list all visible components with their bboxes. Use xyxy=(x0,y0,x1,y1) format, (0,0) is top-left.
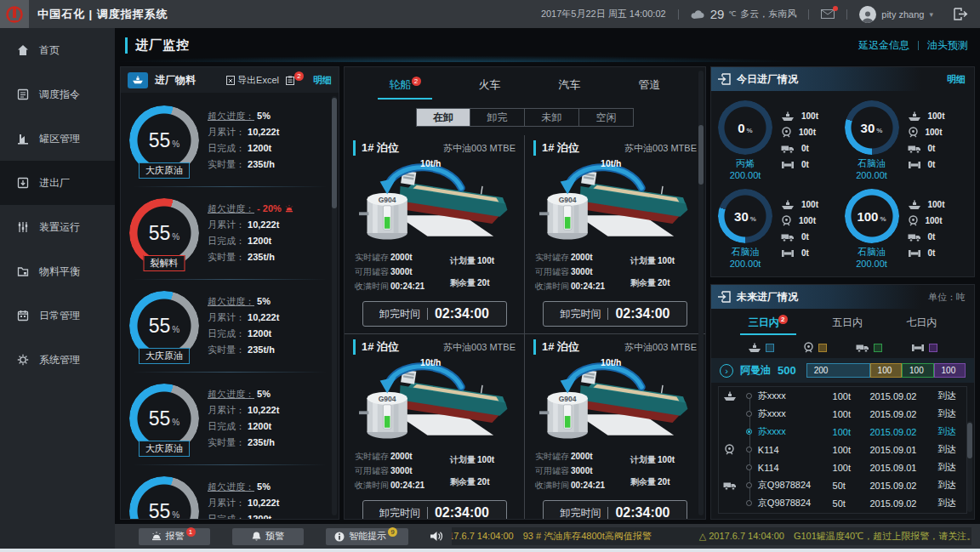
stat-label: 可用罐容 xyxy=(355,265,389,278)
tab-5days-label: 五日内 xyxy=(832,316,863,328)
today-detail-link[interactable]: 明细 xyxy=(947,73,966,86)
sidebar-item-dispatch[interactable]: 调度指令 xyxy=(0,72,115,117)
warning-button[interactable]: 预警 xyxy=(232,528,304,545)
day-value: 1200t xyxy=(248,421,271,431)
sidebar-item-inout[interactable]: 进出厂 xyxy=(0,161,115,205)
sidebar-item-balance[interactable]: 物料平衡 xyxy=(0,249,115,293)
enter-door-icon xyxy=(718,73,731,85)
berth-title: 1# 泊位 xyxy=(353,339,399,355)
temperature-value: 29 xyxy=(710,7,725,21)
tab-3days[interactable]: 三日内2 xyxy=(749,316,789,335)
plan-value: 100t xyxy=(658,450,675,470)
delay-fee-link[interactable]: 延迟金信息 xyxy=(858,38,909,53)
timeline-dot xyxy=(746,464,752,470)
berth-card[interactable]: 1# 泊位 苏中油003 MTBE xyxy=(525,135,705,334)
arrival-row[interactable]: 苏xxxx 100t 2015.09.02 到达 xyxy=(719,423,966,441)
tab-ship[interactable]: 轮船2 xyxy=(390,77,421,100)
bar-segment-ship: 200 xyxy=(806,363,870,378)
berth-scene-illustration: G904 10t/h xyxy=(534,356,696,447)
expand-icon[interactable]: › xyxy=(720,364,733,378)
timeline-dot xyxy=(746,482,752,488)
timeline-dot-cell xyxy=(741,393,758,399)
future-panel-header: 未来进厂情况 单位：吨 xyxy=(711,285,974,309)
unload-time-button[interactable]: 卸完时间 02:34:00 xyxy=(543,301,687,327)
berth-card[interactable]: 1# 泊位 苏中油003 MTBE xyxy=(345,135,525,334)
sidebar-item-units[interactable]: 装置运行 xyxy=(0,205,115,249)
material-item[interactable]: 55% 大庆原油 超欠进度： 5% 月累计： 10,222t 日完成： 1200… xyxy=(129,96,330,185)
tab-truck[interactable]: 汽车 xyxy=(559,77,581,100)
tab-pipeline[interactable]: 管道 xyxy=(639,77,661,100)
arrival-date: 2015.09.02 xyxy=(869,427,937,437)
arrival-row[interactable]: 苏xxxx 100t 2015.09.02 到达 xyxy=(719,387,966,405)
button-divider xyxy=(607,308,608,320)
arrival-row[interactable]: K114 100t 2015.09.01 到达 xyxy=(719,458,966,476)
ship-icon xyxy=(781,200,795,210)
arrival-row[interactable]: K114 100t 2015.09.01 到达 xyxy=(719,441,966,458)
unload-time-button[interactable]: 卸完时间 02:34:00 xyxy=(362,301,507,327)
unload-time-button[interactable]: 卸完时间 02:34:00 xyxy=(362,500,507,520)
smart-tips-button[interactable]: 智能提示 9 xyxy=(326,528,408,545)
arrival-row[interactable]: 苏xxxx 100t 2015.09.02 到达 xyxy=(719,405,966,423)
speaker-icon[interactable] xyxy=(430,531,443,542)
materials-panel: 进厂物料 导出Excel 2 明细 55% xyxy=(120,66,339,520)
alarm-lamp-icon xyxy=(151,532,162,541)
sidebar-item-daily[interactable]: 日常管理 xyxy=(0,293,115,338)
ticker-text: G101罐温度40℃，超过上限报警，请关注。 xyxy=(794,531,971,541)
arrival-date: 2015.09.01 xyxy=(869,445,937,455)
in-out-icon xyxy=(17,177,29,189)
monitor-scrollbar-thumb[interactable] xyxy=(698,125,704,185)
material-item[interactable]: 55% 裂解料 超欠进度： - 20% 月累计： 10,222t 日完成： 12… xyxy=(129,189,330,277)
row-transport-icon-cell xyxy=(719,481,741,491)
gauge-material-total: 200.00t xyxy=(856,259,887,269)
unload-time-button[interactable]: 卸完时间 02:34:00 xyxy=(543,500,687,520)
oil-head-forecast-link[interactable]: 油头预测 xyxy=(927,38,968,53)
arrival-quantity: 100t xyxy=(833,391,870,401)
ticker-message: 2017.6.7 14:04:00 93 # 汽油库存4800t高阀值报警 xyxy=(452,530,699,543)
mail-button[interactable] xyxy=(821,9,835,19)
remaining-value: 20t xyxy=(658,472,675,492)
berth-stats: 实时罐存2000t 可用罐容3000t 收满时间00:24:21 计划量100t… xyxy=(533,448,697,493)
material-item[interactable]: 55% 大庆原油 超欠进度： 5% 月累计： 10,222t 日完成： 1200… xyxy=(129,467,330,519)
alarm-button[interactable]: 报警 1 xyxy=(139,528,210,545)
arrival-status: 到达 xyxy=(937,390,966,402)
sidebar-item-system[interactable]: 系统管理 xyxy=(0,338,115,382)
stat-label: 收满时间 xyxy=(535,280,569,293)
remaining-value: 20t xyxy=(658,273,675,293)
export-excel-button[interactable]: 导出Excel xyxy=(226,74,279,87)
plan-label: 计划量 xyxy=(630,251,656,271)
materials-scrollbar-thumb[interactable] xyxy=(332,98,337,208)
filter-unloading[interactable]: 在卸 xyxy=(416,108,470,127)
future-arrivals-table: 苏xxxx 100t 2015.09.02 到达 苏xxxx 100t 2015… xyxy=(718,386,967,514)
alarm-label: 报警 xyxy=(166,530,185,543)
month-label: 月累计： xyxy=(208,127,245,137)
gauge-block: 30% 石脑油 200.00t xyxy=(845,100,899,180)
material-item[interactable]: 55% 大庆原油 超欠进度： 5% 月累计： 10,222t 日完成： 1200… xyxy=(129,374,330,463)
future-scrollbar-thumb[interactable] xyxy=(967,423,972,458)
logout-icon[interactable] xyxy=(954,8,968,20)
materials-detail-link[interactable]: 明细 xyxy=(313,74,332,87)
arrival-row[interactable]: 京Q9878824 50t 2015.09.02 到达 xyxy=(719,494,966,512)
sidebar-item-tankfarm[interactable]: 罐区管理 xyxy=(0,117,115,161)
timeline-dot-cell xyxy=(741,429,758,435)
material-item[interactable]: 55% 大庆原油 超欠进度： 5% 月累计： 10,222t 日完成： 1200… xyxy=(129,282,330,370)
pipeline-icon xyxy=(908,248,921,259)
berth-card[interactable]: 1# 泊位 苏中油003 MTBE xyxy=(525,334,705,520)
sidebar-item-home[interactable]: 首页 xyxy=(0,28,115,72)
berth-card[interactable]: 1# 泊位 苏中油003 MTBE xyxy=(345,334,525,520)
filter-idle[interactable]: 空闲 xyxy=(579,108,634,127)
user-menu[interactable]: pity zhang ▾ xyxy=(859,6,933,23)
report-button[interactable]: 2 xyxy=(286,76,306,85)
legend-truck-swatch xyxy=(874,344,882,352)
plan-stats-table: 计划量100t 剩余量20t xyxy=(629,448,676,493)
smart-tips-label: 智能提示 xyxy=(349,530,386,543)
arrival-row[interactable]: 京Q9878824 50t 2015.09.02 到达 xyxy=(719,476,966,494)
ticker-area: 2017.6.7 14:04:00 93 # 汽油库存4800t高阀值报警 △ … xyxy=(430,527,971,545)
tab-5days[interactable]: 五日内 xyxy=(832,316,863,335)
sidebar: 首页 调度指令 罐区管理 进出厂 装置运行 物料平衡 日常管理 系统管理 xyxy=(0,28,115,549)
unload-time-label: 卸完时间 xyxy=(379,307,420,322)
tab-7days[interactable]: 七日内 xyxy=(906,316,937,335)
tank-level-indicator xyxy=(565,416,571,428)
tab-train[interactable]: 火车 xyxy=(479,77,501,100)
filter-unloaded[interactable]: 卸完 xyxy=(470,108,525,127)
filter-not-unloaded[interactable]: 未卸 xyxy=(525,108,579,127)
